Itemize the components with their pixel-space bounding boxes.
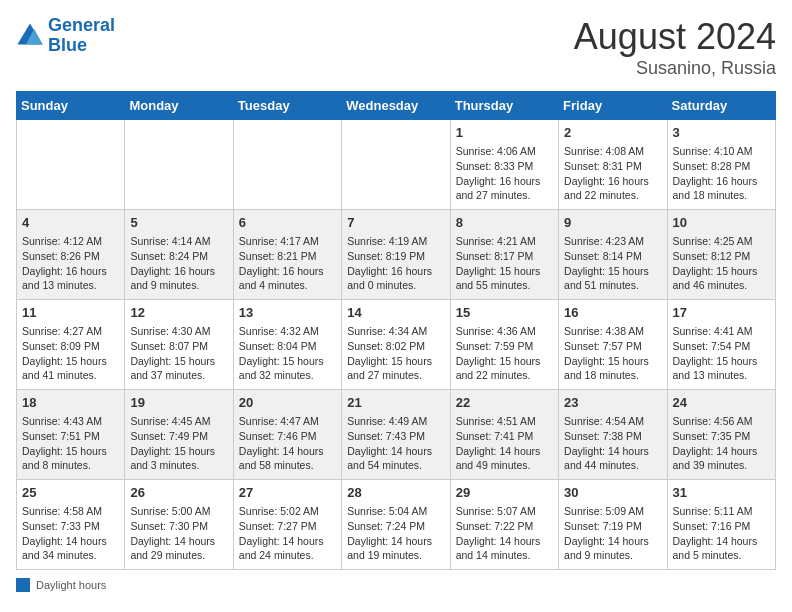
day-info: Sunrise: 4:58 AM Sunset: 7:33 PM Dayligh…	[22, 504, 119, 563]
calendar-cell: 21Sunrise: 4:49 AM Sunset: 7:43 PM Dayli…	[342, 390, 450, 480]
day-info: Sunrise: 4:12 AM Sunset: 8:26 PM Dayligh…	[22, 234, 119, 293]
day-number: 26	[130, 484, 227, 502]
day-info: Sunrise: 4:51 AM Sunset: 7:41 PM Dayligh…	[456, 414, 553, 473]
day-info: Sunrise: 4:41 AM Sunset: 7:54 PM Dayligh…	[673, 324, 770, 383]
day-number: 21	[347, 394, 444, 412]
calendar-week-row: 4Sunrise: 4:12 AM Sunset: 8:26 PM Daylig…	[17, 210, 776, 300]
day-number: 22	[456, 394, 553, 412]
title-block: August 2024 Susanino, Russia	[574, 16, 776, 79]
day-number: 6	[239, 214, 336, 232]
day-info: Sunrise: 5:00 AM Sunset: 7:30 PM Dayligh…	[130, 504, 227, 563]
day-info: Sunrise: 4:30 AM Sunset: 8:07 PM Dayligh…	[130, 324, 227, 383]
day-info: Sunrise: 5:09 AM Sunset: 7:19 PM Dayligh…	[564, 504, 661, 563]
page-header: General Blue August 2024 Susanino, Russi…	[16, 16, 776, 79]
day-info: Sunrise: 4:54 AM Sunset: 7:38 PM Dayligh…	[564, 414, 661, 473]
calendar-cell: 3Sunrise: 4:10 AM Sunset: 8:28 PM Daylig…	[667, 120, 775, 210]
day-number: 15	[456, 304, 553, 322]
daylight-label: Daylight hours	[36, 579, 106, 591]
calendar-cell: 6Sunrise: 4:17 AM Sunset: 8:21 PM Daylig…	[233, 210, 341, 300]
day-number: 2	[564, 124, 661, 142]
weekday-header-row: SundayMondayTuesdayWednesdayThursdayFrid…	[17, 92, 776, 120]
day-number: 17	[673, 304, 770, 322]
day-info: Sunrise: 4:47 AM Sunset: 7:46 PM Dayligh…	[239, 414, 336, 473]
day-info: Sunrise: 4:43 AM Sunset: 7:51 PM Dayligh…	[22, 414, 119, 473]
day-info: Sunrise: 5:02 AM Sunset: 7:27 PM Dayligh…	[239, 504, 336, 563]
logo-text: General Blue	[48, 16, 115, 56]
calendar-week-row: 1Sunrise: 4:06 AM Sunset: 8:33 PM Daylig…	[17, 120, 776, 210]
day-number: 25	[22, 484, 119, 502]
day-info: Sunrise: 4:14 AM Sunset: 8:24 PM Dayligh…	[130, 234, 227, 293]
day-info: Sunrise: 4:10 AM Sunset: 8:28 PM Dayligh…	[673, 144, 770, 203]
day-number: 29	[456, 484, 553, 502]
calendar-cell: 7Sunrise: 4:19 AM Sunset: 8:19 PM Daylig…	[342, 210, 450, 300]
weekday-header-tuesday: Tuesday	[233, 92, 341, 120]
day-number: 4	[22, 214, 119, 232]
calendar-cell	[342, 120, 450, 210]
logo: General Blue	[16, 16, 115, 56]
calendar-cell: 11Sunrise: 4:27 AM Sunset: 8:09 PM Dayli…	[17, 300, 125, 390]
calendar-cell: 10Sunrise: 4:25 AM Sunset: 8:12 PM Dayli…	[667, 210, 775, 300]
calendar-cell: 23Sunrise: 4:54 AM Sunset: 7:38 PM Dayli…	[559, 390, 667, 480]
day-info: Sunrise: 4:27 AM Sunset: 8:09 PM Dayligh…	[22, 324, 119, 383]
day-info: Sunrise: 4:08 AM Sunset: 8:31 PM Dayligh…	[564, 144, 661, 203]
day-number: 7	[347, 214, 444, 232]
day-info: Sunrise: 5:07 AM Sunset: 7:22 PM Dayligh…	[456, 504, 553, 563]
day-info: Sunrise: 4:17 AM Sunset: 8:21 PM Dayligh…	[239, 234, 336, 293]
weekday-header-sunday: Sunday	[17, 92, 125, 120]
calendar-cell: 18Sunrise: 4:43 AM Sunset: 7:51 PM Dayli…	[17, 390, 125, 480]
day-number: 14	[347, 304, 444, 322]
day-info: Sunrise: 4:36 AM Sunset: 7:59 PM Dayligh…	[456, 324, 553, 383]
calendar-cell: 28Sunrise: 5:04 AM Sunset: 7:24 PM Dayli…	[342, 480, 450, 570]
day-info: Sunrise: 5:11 AM Sunset: 7:16 PM Dayligh…	[673, 504, 770, 563]
day-info: Sunrise: 4:23 AM Sunset: 8:14 PM Dayligh…	[564, 234, 661, 293]
day-info: Sunrise: 4:49 AM Sunset: 7:43 PM Dayligh…	[347, 414, 444, 473]
day-number: 13	[239, 304, 336, 322]
day-number: 31	[673, 484, 770, 502]
day-info: Sunrise: 4:32 AM Sunset: 8:04 PM Dayligh…	[239, 324, 336, 383]
logo-icon	[16, 22, 44, 50]
calendar-cell: 2Sunrise: 4:08 AM Sunset: 8:31 PM Daylig…	[559, 120, 667, 210]
day-number: 5	[130, 214, 227, 232]
calendar-cell	[125, 120, 233, 210]
day-info: Sunrise: 4:06 AM Sunset: 8:33 PM Dayligh…	[456, 144, 553, 203]
weekday-header-saturday: Saturday	[667, 92, 775, 120]
calendar-cell	[17, 120, 125, 210]
day-number: 20	[239, 394, 336, 412]
day-info: Sunrise: 4:56 AM Sunset: 7:35 PM Dayligh…	[673, 414, 770, 473]
day-number: 12	[130, 304, 227, 322]
weekday-header-friday: Friday	[559, 92, 667, 120]
day-number: 30	[564, 484, 661, 502]
day-number: 8	[456, 214, 553, 232]
calendar-cell: 19Sunrise: 4:45 AM Sunset: 7:49 PM Dayli…	[125, 390, 233, 480]
daylight-color-box	[16, 578, 30, 592]
calendar-cell	[233, 120, 341, 210]
calendar-week-row: 11Sunrise: 4:27 AM Sunset: 8:09 PM Dayli…	[17, 300, 776, 390]
calendar-week-row: 18Sunrise: 4:43 AM Sunset: 7:51 PM Dayli…	[17, 390, 776, 480]
calendar-cell: 29Sunrise: 5:07 AM Sunset: 7:22 PM Dayli…	[450, 480, 558, 570]
day-number: 10	[673, 214, 770, 232]
location-subtitle: Susanino, Russia	[574, 58, 776, 79]
calendar-cell: 31Sunrise: 5:11 AM Sunset: 7:16 PM Dayli…	[667, 480, 775, 570]
calendar-cell: 9Sunrise: 4:23 AM Sunset: 8:14 PM Daylig…	[559, 210, 667, 300]
calendar-cell: 13Sunrise: 4:32 AM Sunset: 8:04 PM Dayli…	[233, 300, 341, 390]
calendar-cell: 12Sunrise: 4:30 AM Sunset: 8:07 PM Dayli…	[125, 300, 233, 390]
day-number: 19	[130, 394, 227, 412]
weekday-header-monday: Monday	[125, 92, 233, 120]
calendar-cell: 26Sunrise: 5:00 AM Sunset: 7:30 PM Dayli…	[125, 480, 233, 570]
day-number: 28	[347, 484, 444, 502]
day-number: 9	[564, 214, 661, 232]
calendar-footer: Daylight hours	[16, 578, 776, 592]
day-number: 11	[22, 304, 119, 322]
calendar-week-row: 25Sunrise: 4:58 AM Sunset: 7:33 PM Dayli…	[17, 480, 776, 570]
calendar-cell: 15Sunrise: 4:36 AM Sunset: 7:59 PM Dayli…	[450, 300, 558, 390]
day-info: Sunrise: 4:34 AM Sunset: 8:02 PM Dayligh…	[347, 324, 444, 383]
day-info: Sunrise: 4:45 AM Sunset: 7:49 PM Dayligh…	[130, 414, 227, 473]
calendar-cell: 4Sunrise: 4:12 AM Sunset: 8:26 PM Daylig…	[17, 210, 125, 300]
calendar-cell: 16Sunrise: 4:38 AM Sunset: 7:57 PM Dayli…	[559, 300, 667, 390]
calendar-cell: 5Sunrise: 4:14 AM Sunset: 8:24 PM Daylig…	[125, 210, 233, 300]
day-number: 18	[22, 394, 119, 412]
weekday-header-wednesday: Wednesday	[342, 92, 450, 120]
calendar-cell: 22Sunrise: 4:51 AM Sunset: 7:41 PM Dayli…	[450, 390, 558, 480]
day-number: 16	[564, 304, 661, 322]
calendar-cell: 1Sunrise: 4:06 AM Sunset: 8:33 PM Daylig…	[450, 120, 558, 210]
